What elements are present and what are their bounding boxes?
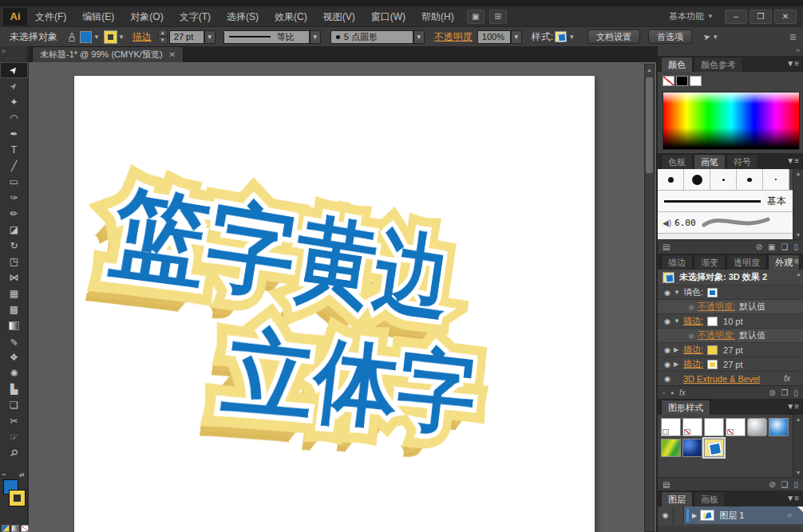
delete-item-icon[interactable]: ▯ — [793, 388, 798, 397]
layer-target-icon[interactable]: ○ — [788, 511, 792, 519]
stroke-link[interactable]: 描边: — [683, 358, 703, 370]
default-fill-stroke-icon[interactable]: ▪▫ — [2, 471, 6, 477]
tab-stroke[interactable]: 描边 — [661, 254, 693, 270]
bridge-icon[interactable]: ▣ — [467, 10, 485, 24]
tab-color-guide[interactable]: 颜色参考 — [694, 57, 743, 72]
lasso-tool[interactable]: ◠ — [0, 110, 28, 126]
black-swatch[interactable] — [676, 76, 688, 86]
delete-style-icon[interactable]: ▯ — [793, 480, 798, 489]
layer-thumbnail[interactable] — [700, 510, 714, 521]
minimize-button[interactable]: – — [725, 10, 747, 24]
rectangle-tool[interactable]: ▭ — [0, 174, 28, 190]
none-swatch[interactable] — [663, 76, 674, 86]
menu-edit[interactable]: 编辑(E) — [74, 6, 122, 27]
appearance-row-3d-effect[interactable]: ◉ 3D Extrude & Bevel fx — [658, 372, 803, 385]
tab-gradient[interactable]: 渐变 — [694, 254, 726, 270]
tab-color[interactable]: 颜色 — [661, 57, 693, 72]
magic-wand-tool[interactable]: ✦ — [0, 94, 28, 110]
stroke-profile-select[interactable]: 等比 — [223, 30, 310, 44]
delete-brush-icon[interactable]: ▯ — [793, 242, 798, 251]
appearance-row-stroke-white[interactable]: ◉ ▼ 描边: 10 pt — [658, 314, 803, 329]
appearance-row-fill-opacity[interactable]: ◉ 不透明度: 默认值 — [658, 300, 803, 314]
brush-item[interactable] — [658, 169, 684, 190]
stepper-down-icon[interactable]: ▼ — [158, 37, 168, 44]
menu-object[interactable]: 对象(O) — [122, 6, 171, 27]
canvas-vertical-scrollbar[interactable]: ▲ — [644, 64, 655, 532]
blend-tool[interactable]: ❖ — [0, 349, 28, 365]
line-segment-tool[interactable]: ╱ — [0, 158, 28, 174]
selection-tool[interactable]: ➤ — [0, 62, 28, 78]
stroke-color-swatch[interactable] — [105, 31, 117, 43]
canvas[interactable]: 篮字黄边 篮字黄边 篮字黄边 立体字 立体字 立体字 ▲ — [29, 62, 656, 532]
control-bar-grip[interactable]: ⋮⋮ — [0, 27, 6, 46]
tab-layers[interactable]: 图层 — [661, 491, 693, 506]
close-button[interactable]: ✕ — [774, 10, 797, 24]
menu-window[interactable]: 窗口(W) — [363, 6, 413, 27]
scroll-up-icon[interactable]: ▲ — [645, 65, 654, 73]
stroke-width-value[interactable]: 27 pt — [169, 30, 204, 44]
type-tool[interactable]: T — [0, 142, 28, 158]
artboard[interactable]: 篮字黄边 篮字黄边 篮字黄边 立体字 立体字 立体字 — [74, 76, 595, 532]
zoom-tool[interactable]: ⚲ — [0, 445, 28, 461]
scroll-up-icon[interactable]: ▲ — [796, 271, 801, 277]
rotate-tool[interactable]: ↻ — [0, 238, 28, 254]
menu-type[interactable]: 文字(T) — [172, 6, 219, 27]
menu-file[interactable]: 文件(F) — [27, 6, 74, 27]
direct-selection-tool[interactable]: ➢ — [0, 78, 28, 94]
document-close-icon[interactable]: ✕ — [169, 50, 176, 59]
appearance-panel-menu-icon[interactable]: ▼≡ — [786, 257, 799, 266]
collapsed-caret-icon[interactable]: ▶ — [674, 361, 683, 368]
stroke-link[interactable]: 描边: — [683, 344, 703, 356]
tab-transparency[interactable]: 透明度 — [726, 254, 767, 270]
stroke-row-swatch[interactable] — [707, 345, 718, 355]
opacity-caret-icon[interactable]: ▼ — [511, 30, 522, 44]
slice-tool[interactable]: ✂ — [0, 413, 28, 429]
workspace-caret-icon[interactable]: ▼ — [707, 13, 714, 20]
appearance-row-stroke-opacity[interactable]: ◉ 不透明度: 默认值 — [658, 329, 803, 343]
brush-options-icon[interactable]: ▣ — [768, 242, 775, 251]
stepper-up-icon[interactable]: ▲ — [158, 30, 168, 37]
visibility-eye-icon[interactable]: ◉ — [685, 332, 698, 340]
scroll-up-icon[interactable]: ▲ — [793, 169, 803, 176]
new-style-icon[interactable]: ❑ — [781, 480, 789, 489]
visibility-eye-icon[interactable]: ◉ — [685, 303, 698, 311]
new-brush-icon[interactable]: ❑ — [781, 242, 789, 251]
color-spectrum[interactable] — [663, 92, 800, 150]
brush-libraries-icon[interactable]: ▤ — [663, 242, 670, 251]
menu-select[interactable]: 选择(S) — [219, 6, 267, 27]
layers-panel-menu-icon[interactable]: ▼≡ — [786, 494, 799, 502]
width-tool[interactable]: ⋈ — [0, 270, 28, 286]
appearance-row-fill[interactable]: ◉ ▼ 填色: — [658, 286, 803, 300]
menu-view[interactable]: 视图(V) — [315, 6, 363, 27]
tab-brushes[interactable]: 画笔 — [694, 154, 726, 169]
gradient-tool[interactable] — [0, 317, 28, 333]
tab-symbols[interactable]: 符号 — [726, 154, 758, 169]
brushes-panel-menu-icon[interactable]: ▼≡ — [786, 156, 799, 165]
document-setup-button[interactable]: 文档设置 — [587, 30, 640, 44]
brush-definition-select[interactable]: 5 点圆形 — [330, 30, 413, 44]
style-blue-glow[interactable] — [769, 418, 789, 436]
stroke-color-control[interactable] — [10, 491, 25, 506]
tab-swatches[interactable]: 色板 — [661, 154, 693, 169]
add-effect-icon[interactable]: fx — [679, 388, 686, 397]
expand-caret-icon[interactable]: ▼ — [674, 289, 683, 296]
graphic-styles-scrollbar[interactable]: ▲ ▼ — [793, 415, 803, 477]
layer-visibility-eye-icon[interactable]: ◉ — [658, 506, 674, 524]
visibility-eye-icon[interactable]: ◉ — [661, 317, 674, 325]
basic-brush-row[interactable]: 基本 — [658, 191, 793, 212]
duplicate-item-icon[interactable]: ❐ — [781, 388, 789, 397]
opacity-panel-link[interactable]: 不透明度 — [434, 30, 473, 44]
brush-caret-icon[interactable]: ▼ — [413, 30, 425, 44]
free-transform-tool[interactable]: ▦ — [0, 286, 28, 301]
scrollbar-thumb[interactable] — [646, 77, 653, 173]
style-libraries-icon[interactable]: ▤ — [663, 480, 670, 489]
stroke-link[interactable]: 描边: — [683, 315, 703, 327]
mesh-tool[interactable]: ▩ — [0, 301, 28, 317]
tab-artboards[interactable]: 画板 — [694, 491, 726, 506]
preferences-button[interactable]: 首选项 — [648, 30, 692, 44]
stroke-color-caret-icon[interactable]: ▼ — [118, 33, 125, 41]
visibility-eye-icon[interactable]: ◉ — [661, 375, 674, 383]
style-3d-yellow-blue-selected[interactable] — [704, 439, 724, 457]
menu-effect[interactable]: 效果(C) — [267, 6, 315, 27]
expand-caret-icon[interactable]: ▼ — [674, 317, 683, 325]
